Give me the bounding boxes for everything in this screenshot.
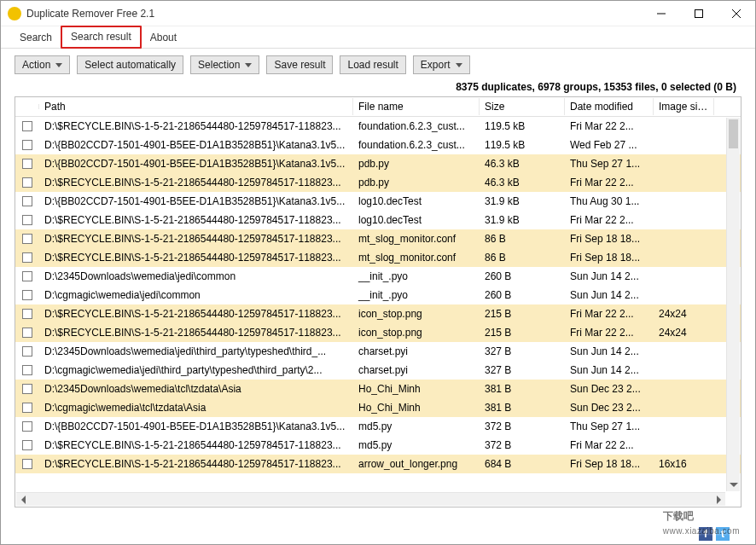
svg-text:t: t: [721, 528, 724, 540]
row-checkbox[interactable]: [22, 290, 32, 300]
cell-image-size: [654, 199, 714, 204]
scroll-left-button[interactable]: [16, 493, 30, 506]
table-row[interactable]: D:\$RECYCLE.BIN\S-1-5-21-2186544480-1259…: [15, 117, 741, 136]
scroll-thumb[interactable]: [729, 119, 738, 148]
table-row[interactable]: D:\$RECYCLE.BIN\S-1-5-21-2186544480-1259…: [15, 323, 741, 342]
row-checkbox[interactable]: [22, 177, 32, 188]
row-checkbox[interactable]: [22, 365, 32, 375]
row-checkbox[interactable]: [22, 121, 32, 131]
cell-image-size: [654, 368, 714, 373]
cell-date: Sun Jun 14 2...: [565, 343, 654, 360]
twitter-icon[interactable]: t: [716, 527, 730, 541]
row-checkbox[interactable]: [22, 346, 32, 357]
cell-path: D:\2345Downloads\wemedia\tcl\tzdata\Asia: [39, 380, 353, 397]
cell-path: D:\cgmagic\wemedia\tcl\tzdata\Asia: [39, 399, 353, 416]
tab-search-result[interactable]: Search result: [61, 26, 142, 49]
cell-size: 260 B: [480, 268, 565, 285]
cell-path: D:\$RECYCLE.BIN\S-1-5-21-2186544480-1259…: [39, 437, 353, 454]
minimize-button[interactable]: [643, 1, 680, 26]
maximize-button[interactable]: [680, 1, 718, 26]
svg-rect-1: [695, 9, 703, 17]
row-checkbox[interactable]: [22, 328, 32, 338]
row-checkbox[interactable]: [22, 234, 32, 244]
row-checkbox[interactable]: [22, 271, 32, 281]
cell-image-size: [654, 142, 714, 148]
table-row[interactable]: D:\$RECYCLE.BIN\S-1-5-21-2186544480-1259…: [15, 173, 741, 192]
table-row[interactable]: D:\$RECYCLE.BIN\S-1-5-21-2186544480-1259…: [15, 229, 741, 248]
row-checkbox[interactable]: [22, 159, 32, 169]
cell-image-size: [654, 424, 714, 429]
table-row[interactable]: D:\2345Downloads\wemedia\tcl\tzdata\Asia…: [15, 380, 741, 398]
table-row[interactable]: D:\cgmagic\wemedia\jedi\third_party\type…: [15, 361, 741, 380]
cell-date: Thu Sep 27 1...: [565, 418, 654, 435]
table-row[interactable]: D:\$RECYCLE.BIN\S-1-5-21-2186544480-1259…: [15, 436, 741, 455]
row-checkbox-cell: [15, 137, 39, 153]
row-checkbox[interactable]: [22, 384, 32, 394]
table-row[interactable]: D:\$RECYCLE.BIN\S-1-5-21-2186544480-1259…: [15, 304, 741, 323]
chevron-down-icon: [456, 63, 462, 67]
tab-search[interactable]: Search: [11, 28, 61, 48]
column-image-size[interactable]: Image size: [654, 98, 714, 115]
cell-file-name: log10.decTest: [353, 193, 480, 210]
row-checkbox[interactable]: [22, 421, 32, 432]
table-row[interactable]: D:\{BB02CCD7-1501-4901-B5EE-D1A1B3528B51…: [15, 417, 741, 436]
cell-size: 372 B: [480, 418, 565, 435]
row-checkbox[interactable]: [22, 140, 32, 150]
table-row[interactable]: D:\2345Downloads\wemedia\jedi\third_part…: [15, 342, 741, 361]
watermark-text: 下载吧: [663, 510, 694, 522]
selection-button[interactable]: Selection: [190, 55, 259, 74]
cell-image-size: [654, 349, 714, 354]
table-row[interactable]: D:\{BB02CCD7-1501-4901-B5EE-D1A1B3528B51…: [15, 136, 741, 154]
column-checkbox[interactable]: [15, 104, 39, 109]
scroll-down-button[interactable]: [727, 478, 740, 491]
row-checkbox-cell: [15, 419, 39, 434]
action-button[interactable]: Action: [15, 55, 70, 74]
column-path[interactable]: Path: [39, 98, 353, 115]
cell-image-size: 16x16: [654, 455, 714, 473]
cell-path: D:\{BB02CCD7-1501-4901-B5EE-D1A1B3528B51…: [39, 155, 353, 172]
select-automatically-button[interactable]: Select automatically: [77, 55, 183, 74]
tab-about[interactable]: About: [142, 28, 185, 48]
table-row[interactable]: D:\cgmagic\wemedia\tcl\tzdata\AsiaHo_Chi…: [15, 398, 741, 417]
export-button[interactable]: Export: [413, 55, 470, 74]
cell-size: 86 B: [480, 230, 565, 247]
row-checkbox[interactable]: [22, 403, 32, 413]
grid-header: Path File name Size Date modified Image …: [15, 97, 741, 117]
close-button[interactable]: [718, 1, 755, 26]
vertical-scrollbar[interactable]: [726, 118, 740, 491]
table-row[interactable]: D:\cgmagic\wemedia\jedi\common__init_.py…: [15, 286, 741, 304]
minimize-icon: [657, 9, 666, 18]
facebook-icon[interactable]: f: [699, 527, 712, 541]
table-row[interactable]: D:\$RECYCLE.BIN\S-1-5-21-2186544480-1259…: [15, 455, 741, 473]
cell-size: 119.5 kB: [480, 136, 565, 154]
cell-file-name: mt_slog_monitor.conf: [353, 230, 480, 247]
cell-image-size: [654, 161, 714, 166]
cell-date: Sun Jun 14 2...: [565, 362, 654, 379]
save-result-button[interactable]: Save result: [266, 55, 333, 74]
cell-file-name: charset.pyi: [353, 343, 480, 360]
table-row[interactable]: D:\{BB02CCD7-1501-4901-B5EE-D1A1B3528B51…: [15, 154, 741, 173]
table-row[interactable]: D:\{BB02CCD7-1501-4901-B5EE-D1A1B3528B51…: [15, 192, 741, 211]
row-checkbox[interactable]: [22, 196, 32, 206]
scroll-right-button[interactable]: [712, 493, 725, 506]
table-row[interactable]: D:\2345Downloads\wemedia\jedi\common__in…: [15, 267, 741, 286]
chevron-down-icon: [55, 63, 62, 67]
cell-file-name: log10.decTest: [353, 212, 480, 229]
cell-file-name: charset.pyi: [353, 362, 480, 379]
row-checkbox[interactable]: [22, 252, 32, 263]
footer-icons: f t: [699, 527, 730, 541]
row-checkbox[interactable]: [22, 440, 32, 450]
column-file-name[interactable]: File name: [353, 98, 480, 115]
row-checkbox[interactable]: [22, 215, 32, 225]
cell-date: Fri Mar 22 2...: [565, 174, 654, 191]
column-size[interactable]: Size: [480, 98, 565, 115]
table-row[interactable]: D:\$RECYCLE.BIN\S-1-5-21-2186544480-1259…: [15, 211, 741, 229]
horizontal-scrollbar[interactable]: [16, 492, 725, 506]
table-row[interactable]: D:\$RECYCLE.BIN\S-1-5-21-2186544480-1259…: [15, 248, 741, 267]
row-checkbox-cell: [15, 175, 39, 190]
row-checkbox[interactable]: [22, 309, 32, 319]
row-checkbox[interactable]: [22, 459, 32, 469]
cell-path: D:\{BB02CCD7-1501-4901-B5EE-D1A1B3528B51…: [39, 193, 353, 210]
load-result-button[interactable]: Load result: [340, 55, 405, 74]
column-date-modified[interactable]: Date modified: [565, 98, 654, 115]
